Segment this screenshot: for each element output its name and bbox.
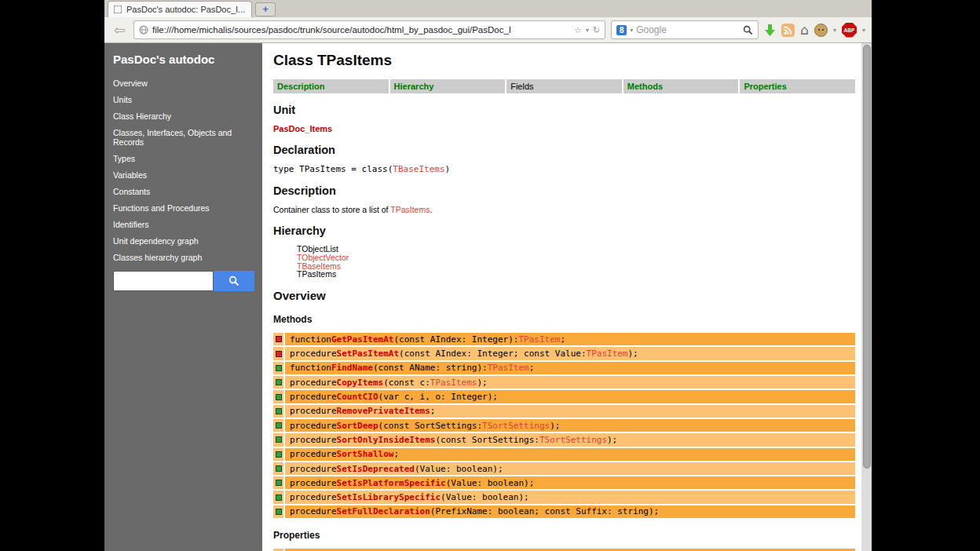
public-square-icon bbox=[276, 379, 282, 385]
code-segment[interactable]: FindName bbox=[331, 363, 373, 373]
code-segment[interactable]: TPasItem bbox=[587, 348, 628, 359]
sidebar-item-7[interactable]: Functions and Procedures bbox=[113, 203, 254, 213]
code-cell: procedure CopyItems(const c: TPasItems); bbox=[285, 376, 855, 389]
public-square-icon bbox=[276, 436, 282, 443]
visibility-cell bbox=[273, 390, 283, 403]
code-segment[interactable]: GetPasItemAt bbox=[331, 334, 393, 345]
sidebar-search-button[interactable] bbox=[214, 271, 254, 291]
rss-icon[interactable] bbox=[781, 24, 795, 37]
sidebar-item-10[interactable]: Classes hierarchy graph bbox=[113, 253, 254, 262]
code-segment[interactable]: TPasItems bbox=[390, 205, 430, 214]
code-segment[interactable]: TBaseItems bbox=[393, 164, 444, 174]
browser-tab[interactable]: PasDoc's autodoc: PasDoc_I... bbox=[108, 1, 252, 17]
unit-link[interactable]: PasDoc_Items bbox=[273, 124, 855, 133]
sidebar-item-0[interactable]: Overview bbox=[113, 78, 254, 88]
scrollbar-thumb[interactable] bbox=[863, 45, 871, 469]
code-segment: (PrefixName: boolean; const Suffix: stri… bbox=[430, 506, 659, 516]
sidebar-item-4[interactable]: Types bbox=[113, 154, 254, 163]
code-segment: type TPasItems = class( bbox=[273, 164, 393, 174]
code-cell: procedure SetFullDeclaration(PrefixName:… bbox=[285, 505, 855, 518]
visibility-cell bbox=[273, 362, 283, 374]
url-text[interactable]: file:///home/michalis/sources/pasdoc/tru… bbox=[152, 25, 570, 35]
visibility-cell bbox=[273, 405, 283, 418]
sidebar-item-6[interactable]: Constants bbox=[113, 187, 254, 196]
table-row: procedure SetFullDeclaration(PrefixName:… bbox=[273, 505, 855, 518]
code-segment: (const AIndex: Integer): bbox=[393, 334, 518, 345]
code-segment: (var c, i, o: Integer); bbox=[378, 392, 498, 402]
code-segment: procedure bbox=[290, 478, 337, 488]
sidebar-item-8[interactable]: Identifiers bbox=[113, 220, 254, 229]
url-dropdown-icon[interactable]: ▾ bbox=[586, 27, 589, 34]
code-segment[interactable]: CopyItems bbox=[337, 378, 384, 388]
vertical-scrollbar[interactable] bbox=[861, 43, 872, 551]
sidebar-search-input[interactable] bbox=[113, 271, 214, 291]
code-segment[interactable]: TSortSettings bbox=[539, 435, 607, 445]
bookmark-star-icon[interactable]: ☆ bbox=[574, 25, 582, 35]
visibility-cell bbox=[273, 476, 283, 489]
code-segment[interactable]: TPasItem bbox=[518, 334, 560, 345]
code-segment: (Value: boolean); bbox=[446, 478, 535, 488]
code-segment: procedure bbox=[290, 406, 337, 416]
greasemonkey-dropdown-icon[interactable]: ▾ bbox=[833, 27, 836, 34]
code-segment[interactable]: SortOnlyInsideItems bbox=[337, 435, 436, 445]
public-square-icon bbox=[276, 480, 282, 486]
sidebar-item-9[interactable]: Unit dependency graph bbox=[113, 236, 254, 246]
hierarchy-item[interactable]: TObjectVector bbox=[297, 254, 855, 262]
nav-tab-methods[interactable]: Methods bbox=[623, 79, 739, 93]
url-bar[interactable]: file:///home/michalis/sources/pasdoc/tru… bbox=[133, 20, 605, 39]
home-icon[interactable]: ⌂ bbox=[800, 22, 809, 38]
code-segment[interactable]: SetIsLibrarySpecific bbox=[337, 492, 441, 502]
code-segment[interactable]: TSortSettings bbox=[482, 421, 550, 431]
nav-tab-properties[interactable]: Properties bbox=[740, 79, 855, 93]
sidebar-item-3[interactable]: Classes, Interfaces, Objects and Records bbox=[113, 128, 254, 147]
nav-tab-hierarchy[interactable]: Hierarchy bbox=[390, 79, 506, 93]
properties-heading: Properties bbox=[273, 530, 855, 541]
globe-icon bbox=[139, 25, 148, 35]
search-placeholder[interactable]: Google bbox=[636, 24, 740, 35]
public-square-icon bbox=[276, 451, 282, 458]
page-title: Class TPasItems bbox=[273, 52, 855, 69]
code-segment[interactable]: RemovePrivateItems bbox=[337, 406, 430, 416]
sidebar-item-1[interactable]: Units bbox=[113, 95, 254, 104]
code-segment: (Value: boolean); bbox=[415, 464, 503, 474]
sidebar-item-5[interactable]: Variables bbox=[113, 170, 254, 180]
code-segment[interactable]: TPasItem bbox=[488, 363, 529, 373]
public-square-icon bbox=[276, 422, 282, 429]
code-segment: procedure bbox=[290, 449, 337, 459]
search-bar[interactable]: 8 ▾ Google bbox=[611, 20, 759, 39]
code-cell: procedure CountCIO(var c, i, o: Integer)… bbox=[285, 390, 855, 403]
code-segment[interactable]: SetFullDeclaration bbox=[337, 506, 430, 516]
code-cell: procedure SetPasItemAt(const AIndex: Int… bbox=[285, 347, 855, 359]
greasemonkey-icon[interactable] bbox=[814, 24, 828, 37]
code-segment[interactable]: SetPasItemAt bbox=[337, 348, 399, 359]
overview-heading: Overview bbox=[273, 289, 855, 302]
download-icon[interactable] bbox=[764, 24, 776, 37]
back-button-icon[interactable]: ⇦ bbox=[111, 24, 128, 37]
google-engine-icon[interactable]: 8 bbox=[616, 25, 627, 35]
nav-tab-description[interactable]: Description bbox=[273, 79, 389, 93]
engine-dropdown-icon[interactable]: ▾ bbox=[630, 27, 633, 34]
reload-icon[interactable]: ↻ bbox=[593, 25, 600, 35]
adblock-icon[interactable]: ABP bbox=[842, 23, 857, 38]
code-segment[interactable]: TPasItems bbox=[430, 378, 477, 388]
adblock-dropdown-icon[interactable]: ▾ bbox=[862, 27, 865, 34]
code-segment[interactable]: CountCIO bbox=[337, 392, 378, 402]
sidebar-item-2[interactable]: Class Hierarchy bbox=[113, 111, 254, 121]
search-icon[interactable] bbox=[743, 25, 753, 35]
code-cell: procedure SortOnlyInsideItems(const Sort… bbox=[285, 433, 855, 446]
code-segment: . bbox=[430, 205, 432, 214]
table-row: procedure SetIsPlatformSpecific(Value: b… bbox=[273, 476, 855, 489]
code-segment: (const AIndex: Integer; const Value: bbox=[399, 348, 586, 359]
code-segment[interactable]: SortDeep bbox=[337, 421, 378, 431]
code-segment[interactable]: SetIsDeprecated bbox=[337, 464, 415, 474]
code-segment: procedure bbox=[290, 421, 337, 431]
hierarchy-item[interactable]: TBaseItems bbox=[297, 262, 855, 271]
table-row: procedure CopyItems(const c: TPasItems); bbox=[273, 376, 855, 389]
new-tab-button[interactable]: + bbox=[255, 2, 276, 16]
code-segment[interactable]: SortShallow bbox=[337, 449, 394, 459]
section-nav-table: DescriptionHierarchyFieldsMethodsPropert… bbox=[273, 79, 855, 93]
code-cell: procedure SetIsDeprecated(Value: boolean… bbox=[285, 462, 855, 475]
code-segment: procedure bbox=[290, 348, 337, 359]
unit-heading: Unit bbox=[273, 104, 855, 116]
code-segment[interactable]: SetIsPlatformSpecific bbox=[337, 478, 446, 488]
